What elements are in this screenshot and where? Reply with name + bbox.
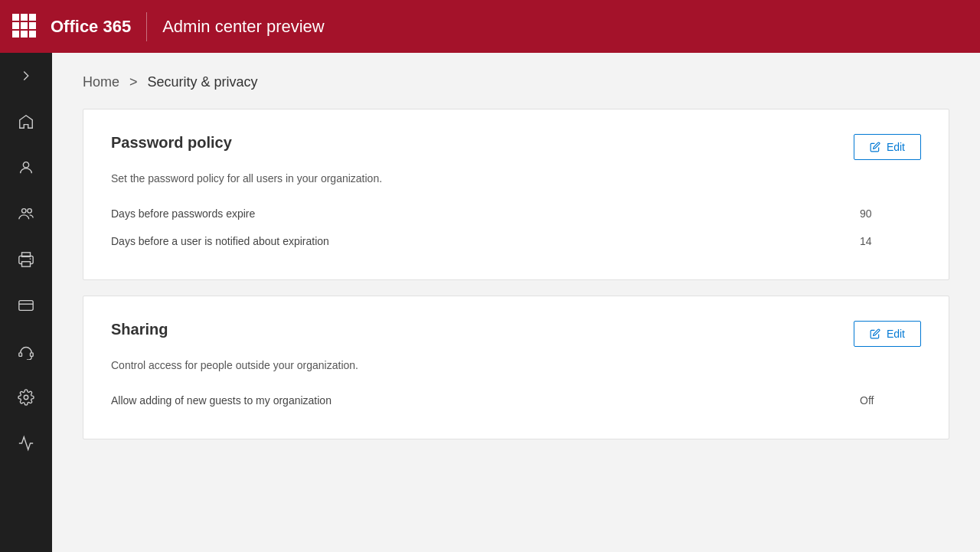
sidebar-item-resources[interactable] [0,237,52,283]
table-row: Allow adding of new guests to my organiz… [111,387,921,414]
breadcrumb: Home > Security & privacy [83,74,949,90]
chevron-right-icon [18,67,34,84]
svg-rect-6 [19,301,33,311]
notification-days-value: 14 [860,235,921,247]
sidebar [0,53,52,552]
pencil-icon [870,328,880,339]
home-icon [18,113,34,130]
breadcrumb-current: Security & privacy [148,74,258,90]
table-row: Days before a user is notified about exp… [111,227,921,255]
password-policy-header: Password policy Edit [111,134,921,160]
password-policy-desc: Set the password policy for all users in… [111,172,921,185]
svg-rect-4 [22,262,31,266]
sidebar-item-billing[interactable] [0,283,52,328]
sharing-edit-button[interactable]: Edit [854,321,921,347]
grid-icon[interactable] [12,14,38,40]
credit-card-icon [18,297,34,314]
app-header: Office 365 Admin center preview [0,0,980,53]
svg-point-1 [22,209,27,214]
sidebar-item-users[interactable] [0,145,52,191]
header-subtitle: Admin center preview [162,17,325,37]
main-content: Home > Security & privacy Password polic… [52,53,980,552]
table-row: Days before passwords expire 90 [111,200,921,227]
passwords-expire-label: Days before passwords expire [111,207,860,220]
main-layout: Home > Security & privacy Password polic… [0,53,980,552]
svg-point-0 [23,162,28,168]
svg-point-5 [30,258,31,260]
user-icon [18,159,34,176]
allow-guests-value: Off [860,394,921,407]
password-policy-card: Password policy Edit Set the password po… [83,109,949,280]
sidebar-item-groups[interactable] [0,191,52,237]
sidebar-item-expand[interactable] [0,53,52,99]
password-policy-edit-label: Edit [887,141,905,153]
svg-point-2 [28,209,32,214]
password-policy-edit-button[interactable]: Edit [854,134,921,160]
sidebar-item-support[interactable] [0,328,52,374]
breadcrumb-home[interactable]: Home [83,74,119,90]
printer-icon [18,251,34,268]
allow-guests-label: Allow adding of new guests to my organiz… [111,394,860,407]
pencil-icon [870,142,880,152]
sharing-desc: Control access for people outside your o… [111,359,921,371]
breadcrumb-separator: > [129,74,138,90]
svg-rect-8 [19,353,22,357]
header-divider [146,12,147,41]
group-icon [18,205,34,222]
sharing-header: Sharing Edit [111,321,921,347]
svg-rect-9 [31,353,34,357]
svg-point-10 [24,395,28,400]
chart-icon [18,435,34,452]
sharing-card: Sharing Edit Control access for people o… [83,296,949,439]
headset-icon [18,343,34,360]
sidebar-item-reports[interactable] [0,420,52,466]
app-name: Office 365 [51,17,131,37]
settings-icon [18,389,34,406]
password-policy-title: Password policy [111,134,232,152]
sidebar-item-home[interactable] [0,99,52,145]
sharing-title: Sharing [111,321,168,338]
notification-days-label: Days before a user is notified about exp… [111,235,860,247]
sidebar-item-settings[interactable] [0,374,52,420]
passwords-expire-value: 90 [860,207,921,220]
sharing-edit-label: Edit [887,328,905,340]
